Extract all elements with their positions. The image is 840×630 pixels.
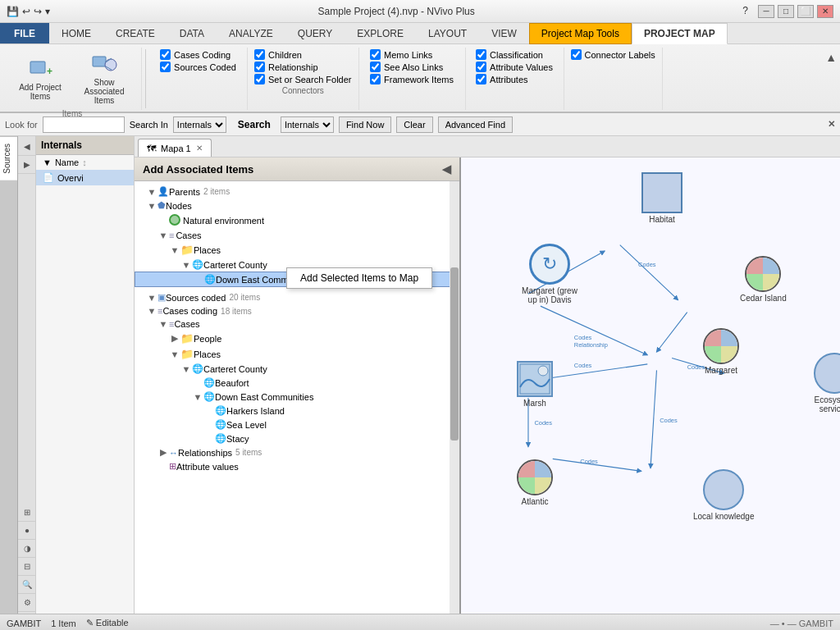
close-button[interactable]: ✕ xyxy=(817,5,833,18)
tab-home[interactable]: HOME xyxy=(49,23,103,43)
tree-item-cases-2[interactable]: ▼ ≡ Cases xyxy=(135,317,459,331)
checkbox-connector-labels[interactable]: Connector Labels xyxy=(571,49,655,60)
sidebar-nav-up[interactable]: ◀ xyxy=(18,138,36,156)
tree-item-down-east-2[interactable]: ▼ 🌐 Down East Communities xyxy=(135,390,459,404)
sidebar-icon-6[interactable]: ⚙ xyxy=(18,594,36,612)
sidebar-nav-down[interactable]: ▶ xyxy=(18,156,36,174)
tab-file[interactable]: FILE xyxy=(0,23,49,43)
node-atlantic[interactable]: Atlantic xyxy=(517,459,553,506)
expand-nodes[interactable]: ▼ xyxy=(146,201,158,211)
expand-relationships[interactable]: ▶ xyxy=(158,447,169,458)
expand-carteret-2[interactable]: ▼ xyxy=(180,364,192,374)
tree-item-nodes[interactable]: ▼ ⬟ Nodes xyxy=(135,199,459,212)
expand-natural-env[interactable] xyxy=(158,216,169,226)
expand-cases[interactable]: ▼ xyxy=(158,231,169,240)
expand-down-east-1[interactable] xyxy=(193,275,204,285)
add-project-items-button[interactable]: + Add Project Items xyxy=(10,54,71,103)
minimize-button[interactable]: ─ xyxy=(758,5,774,18)
tree-item-cases-coding[interactable]: ▼ ≡ Cases coding 18 items xyxy=(135,304,459,317)
internals-select[interactable]: Internals xyxy=(281,116,334,133)
checkbox-set-search-folder[interactable]: Set or Search Folder xyxy=(254,74,352,84)
tree-item-sources-coded[interactable]: ▼ ▣ Sources coded 20 items xyxy=(135,290,459,304)
sidebar-icon-5[interactable]: 🔍 xyxy=(18,576,36,594)
source-panel-overview[interactable]: 📄 Overvi xyxy=(36,170,134,185)
checkbox-see-also-links[interactable]: See Also Links xyxy=(370,62,454,72)
sidebar-icon-2[interactable]: ● xyxy=(18,522,36,540)
save-icon[interactable]: 💾 xyxy=(7,6,19,17)
expand-places-2[interactable]: ▼ xyxy=(169,349,180,359)
expand-down-east-2[interactable]: ▼ xyxy=(192,392,203,402)
node-marsh[interactable]: Marsh xyxy=(517,361,553,408)
expand-sea-level[interactable] xyxy=(203,420,215,430)
checkbox-children[interactable]: Children xyxy=(254,49,352,60)
tree-scrollbar[interactable] xyxy=(450,181,459,614)
expand-attribute-values[interactable] xyxy=(158,462,169,472)
expand-places[interactable]: ▼ xyxy=(169,245,180,255)
sidebar-icon-4[interactable]: ⊟ xyxy=(18,558,36,576)
expand-harkers[interactable] xyxy=(203,406,215,416)
checkbox-sources-coded[interactable]: Sources Coded xyxy=(160,62,236,72)
node-cedar-island[interactable]: Cedar Island xyxy=(740,256,787,303)
restore-button[interactable]: □ xyxy=(778,5,794,18)
expand-carteret[interactable]: ▼ xyxy=(180,260,192,270)
expand-cases-coding[interactable]: ▼ xyxy=(146,306,158,316)
clear-button[interactable]: Clear xyxy=(396,116,432,133)
tree-item-people[interactable]: ▶ 📁 People xyxy=(135,331,459,346)
tab-create[interactable]: CREATE xyxy=(103,23,167,43)
node-local-knowledge[interactable]: Local knowledge xyxy=(693,469,755,521)
node-margaret-davis[interactable]: ↻ Margaret (grew up in) Davis xyxy=(517,244,582,304)
ribbon-expand-button[interactable]: ▲ xyxy=(825,51,837,64)
expand-parents[interactable]: ▼ xyxy=(146,187,158,197)
vtab-sources[interactable]: Sources xyxy=(0,136,17,180)
search-in-dropdown[interactable]: Internals xyxy=(173,116,226,133)
sidebar-icon-1[interactable]: ⊞ xyxy=(18,504,36,522)
expand-people[interactable]: ▶ xyxy=(169,333,180,344)
undo-icon[interactable]: ↩ xyxy=(22,6,30,17)
tab-project-map[interactable]: Project Map Tools xyxy=(529,23,632,44)
tab-view[interactable]: VIEW xyxy=(479,23,529,43)
node-habitat[interactable]: Habitat xyxy=(641,172,682,224)
tree-item-stacy[interactable]: 🌐 Stacy xyxy=(135,431,459,445)
tab-analyze[interactable]: ANALYZE xyxy=(217,23,285,43)
sidebar-icon-3[interactable]: ◑ xyxy=(18,540,36,558)
tree-item-places-2[interactable]: ▼ 📁 Places xyxy=(135,346,459,362)
node-margaret[interactable]: Margaret xyxy=(703,328,739,375)
search-in-select[interactable]: Internals xyxy=(173,116,226,133)
expand-cases-2[interactable]: ▼ xyxy=(158,319,169,329)
expand-beaufort[interactable] xyxy=(192,378,203,388)
checkbox-attributes[interactable]: Attributes xyxy=(476,74,553,84)
tab-data[interactable]: DATA xyxy=(167,23,217,43)
tab-explore[interactable]: EXPLORE xyxy=(345,23,416,43)
expand-stacy[interactable] xyxy=(203,434,215,444)
tree-item-natural-env[interactable]: Natural environment xyxy=(135,212,459,229)
help-icon[interactable]: ? xyxy=(742,5,748,18)
tree-item-beaufort[interactable]: 🌐 Beaufort xyxy=(135,376,459,390)
checkbox-attribute-values[interactable]: Attribute Values xyxy=(476,62,553,72)
source-panel-name[interactable]: ▼ Name ↕ xyxy=(36,155,134,170)
redo-icon[interactable]: ↪ xyxy=(34,6,42,17)
tab-layout[interactable]: LAYOUT xyxy=(416,23,479,43)
checkbox-cases-coding[interactable]: Cases Coding xyxy=(160,49,236,60)
close-search-button[interactable]: ✕ xyxy=(828,119,835,130)
checkbox-framework-items[interactable]: Framework Items xyxy=(370,74,454,84)
tree-item-parents[interactable]: ▼ 👤 Parents 2 items xyxy=(135,185,459,199)
tree-item-places[interactable]: ▼ 📁 Places xyxy=(135,242,459,258)
tree-item-attribute-values[interactable]: ⊞ Attribute values xyxy=(135,459,459,473)
expand-sources-coded[interactable]: ▼ xyxy=(146,293,158,303)
node-ecosystem[interactable]: Ecosystem services xyxy=(814,353,840,413)
search-input[interactable] xyxy=(43,116,125,133)
maximize-button[interactable]: ⬜ xyxy=(797,5,814,18)
advanced-find-button[interactable]: Advanced Find xyxy=(438,116,513,133)
tab-mapa1-close[interactable]: ✕ xyxy=(196,144,203,153)
assoc-panel-collapse[interactable]: ◀ xyxy=(442,162,451,176)
checkbox-relationship[interactable]: Relationship xyxy=(254,62,352,72)
tree-item-harkers[interactable]: 🌐 Harkers Island xyxy=(135,404,459,418)
tree-item-cases[interactable]: ▼ ≡ Cases xyxy=(135,229,459,242)
checkbox-classification[interactable]: Classification xyxy=(476,49,553,60)
show-associated-items-button[interactable]: Show Associated Items xyxy=(74,49,135,107)
tree-item-relationships[interactable]: ▶ ↔ Relationships 5 items xyxy=(135,445,459,459)
tab-query[interactable]: QUERY xyxy=(285,23,345,43)
tree-item-sea-level[interactable]: 🌐 Sea Level xyxy=(135,418,459,431)
context-menu-add-selected[interactable]: Add Selected Items to Map xyxy=(287,268,431,288)
tree-item-carteret-2[interactable]: ▼ 🌐 Carteret County xyxy=(135,362,459,376)
